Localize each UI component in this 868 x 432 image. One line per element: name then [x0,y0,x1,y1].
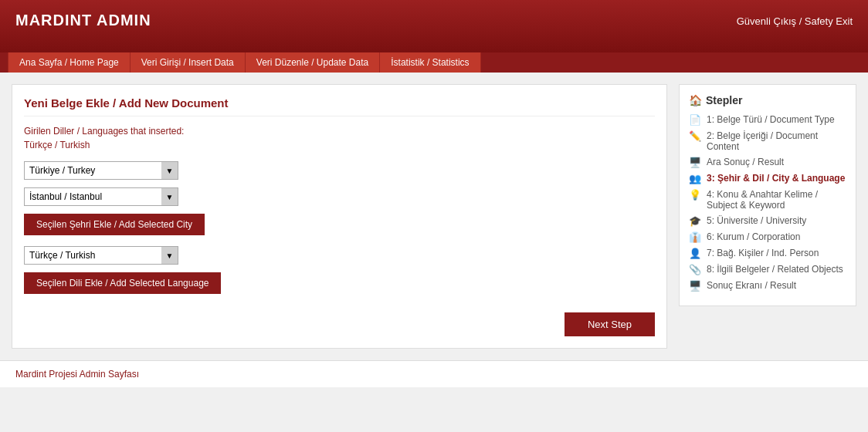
step-1-icon: 📄 [689,114,703,126]
steps-title-label: Stepler [706,94,742,106]
step-3-label: 3: Şehir & Dil / City & Language [707,173,845,184]
language-select-wrapper: Türkçe / Turkish ▼ [24,246,178,265]
logout-link[interactable]: Güvenli Çıkış / Safety Exit [737,15,853,27]
city-select[interactable]: İstanbul / Istanbul [24,187,178,206]
step-2-icon: ✏️ [689,130,703,142]
step-ara-icon: 🖥️ [689,157,703,168]
steps-title: 🏠 Stepler [689,94,846,106]
navigation: Ana Sayfa / Home Page Veri Girişi / Inse… [0,52,868,73]
panel-title: Yeni Belge Ekle / Add New Document [24,96,655,116]
step-7[interactable]: 👤 7: Bağ. Kişiler / Ind. Person [689,248,846,259]
header: MARDINT ADMIN Güvenli Çıkış / Safety Exi… [0,0,868,52]
language-select[interactable]: Türkçe / Turkish [24,246,178,265]
nav-home[interactable]: Ana Sayfa / Home Page [8,52,131,73]
step-sonuc[interactable]: 🖥️ Sonuç Ekranı / Result [689,280,846,292]
step-1-label: 1: Belge Türü / Document Type [707,114,835,125]
app-title: MARDINT ADMIN [15,8,853,29]
step-8[interactable]: 📎 8: İlgili Belgeler / Related Objects [689,264,846,275]
language-select-row: Türkçe / Turkish ▼ [24,246,655,265]
step-ara-label: Ara Sonuç / Result [707,157,784,167]
footer-link[interactable]: Mardint Projesi Admin Sayfası [15,369,139,380]
nav-statistics[interactable]: İstatistik / Statistics [380,52,480,73]
home-icon: 🏠 [689,94,702,106]
country-select[interactable]: Türkiye / Turkey [24,161,178,180]
main-content: Yeni Belge Ekle / Add New Document Giril… [0,73,868,360]
step-3[interactable]: 👥 3: Şehir & Dil / City & Language [689,173,846,184]
step-8-label: 8: İlgili Belgeler / Related Objects [707,264,843,275]
step-3-icon: 👥 [689,173,703,184]
step-1[interactable]: 📄 1: Belge Türü / Document Type [689,114,846,126]
step-2[interactable]: ✏️ 2: Belge İçeriği / Document Content [689,130,846,152]
step-sonuc-icon: 🖥️ [689,280,703,292]
step-5-icon: 🎓 [689,215,703,227]
step-2-label: 2: Belge İçeriği / Document Content [707,130,846,152]
step-5-label: 5: Üniversite / University [707,215,806,226]
form-panel: Yeni Belge Ekle / Add New Document Giril… [12,84,667,349]
nav-update[interactable]: Veri Düzenle / Update Data [246,52,380,73]
footer: Mardint Projesi Admin Sayfası [0,360,868,387]
step-6-icon: 👔 [689,231,703,243]
step-4[interactable]: 💡 4: Konu & Anahtar Kelime / Subject & K… [689,189,846,211]
step-6[interactable]: 👔 6: Kurum / Corporation [689,231,846,243]
languages-value: Türkçe / Turkish [24,140,655,150]
next-step-row: Next Step [24,305,655,336]
steps-panel: 🏠 Stepler 📄 1: Belge Türü / Document Typ… [679,84,856,306]
step-ara[interactable]: 🖥️ Ara Sonuç / Result [689,157,846,168]
add-city-button[interactable]: Seçilen Şehri Ekle / Add Selected City [24,214,205,235]
step-8-icon: 📎 [689,264,703,275]
step-7-icon: 👤 [689,248,703,259]
step-7-label: 7: Bağ. Kişiler / Ind. Person [707,248,819,258]
country-select-wrapper: Türkiye / Turkey ▼ [24,161,178,180]
languages-label: Girilen Diller / Languages that inserted… [24,126,655,137]
step-sonuc-label: Sonuç Ekranı / Result [707,280,796,291]
step-4-label: 4: Konu & Anahtar Kelime / Subject & Key… [707,189,846,211]
step-5[interactable]: 🎓 5: Üniversite / University [689,215,846,227]
city-select-wrapper: İstanbul / Istanbul ▼ [24,187,178,206]
step-6-label: 6: Kurum / Corporation [707,231,800,242]
country-select-row: Türkiye / Turkey ▼ [24,161,655,180]
add-language-button[interactable]: Seçilen Dili Ekle / Add Selected Languag… [24,272,221,294]
next-step-button[interactable]: Next Step [565,312,655,336]
city-select-row: İstanbul / Istanbul ▼ [24,187,655,206]
step-4-icon: 💡 [689,189,703,201]
nav-insert[interactable]: Veri Girişi / Insert Data [131,52,246,73]
